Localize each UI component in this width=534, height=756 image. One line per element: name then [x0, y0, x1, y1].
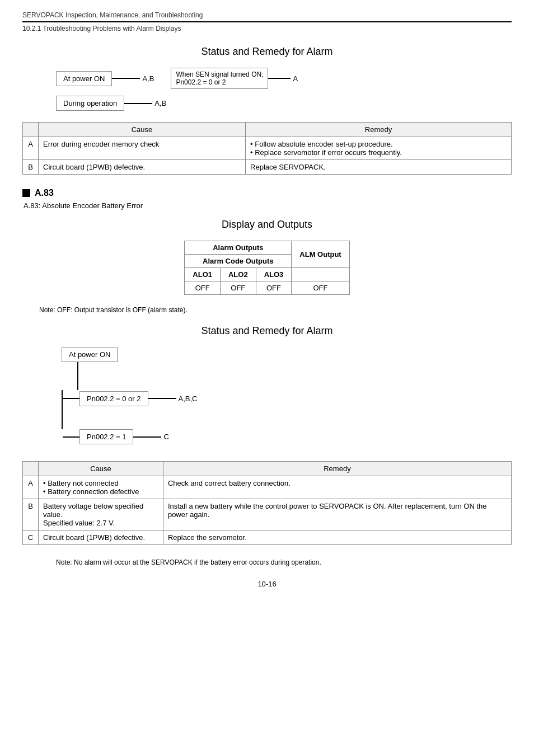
- col-alo3: ALO3: [256, 268, 292, 281]
- display-outputs-title: Display and Outputs: [22, 219, 512, 231]
- page: SERVOPACK Inspection, Maintenance, and T…: [0, 0, 534, 756]
- alarm-outputs-container: Alarm Outputs ALM Output Alarm Code Outp…: [22, 241, 512, 300]
- table2-row-b-label: B: [23, 499, 39, 530]
- subsection-a83-desc: A.83: Absolute Encoder Battery Error: [24, 201, 512, 210]
- alm-output-label: ALM Output: [292, 241, 349, 268]
- alarm-code-outputs-label: Alarm Code Outputs: [185, 255, 292, 268]
- alarm-outputs-label: Alarm Outputs: [185, 241, 292, 255]
- table1-row-b-remedy: Replace SERVOPACK.: [246, 160, 512, 175]
- table2-row-a-label: A: [23, 476, 39, 499]
- section3-note: Note: No alarm will occur at the SERVOPA…: [56, 558, 512, 566]
- table-row: B Battery voltage below specified value.…: [23, 499, 512, 530]
- table2-row-a-remedy: Check and correct battery connection.: [163, 476, 511, 499]
- table2-th-cause: Cause: [39, 462, 163, 476]
- table2-th-label: [23, 462, 39, 476]
- diag1-row1: At power ON A,B When SEN signal turned O…: [56, 68, 478, 89]
- section1-diagram: At power ON A,B When SEN signal turned O…: [56, 68, 478, 111]
- table2-row-a-cause: • Battery not connected• Battery connect…: [39, 476, 163, 499]
- col-alo1: ALO1: [185, 268, 221, 281]
- val-alo3: OFF: [256, 281, 292, 295]
- diag2-top-row: At power ON: [56, 347, 478, 362]
- diag2-branch2-label: C: [163, 433, 168, 441]
- diag2-vert-end: [62, 444, 63, 450]
- output-header-row1: Alarm Outputs ALM Output: [185, 241, 349, 255]
- table1-header-row: Cause Remedy: [23, 123, 512, 137]
- section1-title: Status and Remedy for Alarm: [22, 46, 512, 58]
- table2-header-row: Cause Remedy: [23, 462, 512, 476]
- table2-row-c-cause: Circuit board (1PWB) defective.: [39, 530, 163, 545]
- table1-row-b-label: B: [23, 160, 39, 175]
- diag2-mid-gap: [62, 407, 63, 429]
- diag1-box-during-op: During operation: [56, 96, 124, 111]
- table1-th-label: [23, 123, 39, 137]
- col-alo2: ALO2: [220, 268, 256, 281]
- val-alo1: OFF: [185, 281, 221, 295]
- table2-row-b-remedy: Install a new battery while the control …: [163, 499, 511, 530]
- section3-diagram: At power ON Pn002.2 = 0 or 2 A,B,C: [56, 347, 478, 450]
- section1-table: Cause Remedy A Error during encoder memo…: [22, 122, 512, 175]
- table2-row-c-label: C: [23, 530, 39, 545]
- output-header-row3: ALO1 ALO2 ALO3: [185, 268, 349, 281]
- diag2-branch2-box: Pn002.2 = 1: [79, 429, 133, 444]
- table2-row-c-remedy: Replace the servomotor.: [163, 530, 511, 545]
- diag2-branch1-box: Pn002.2 = 0 or 2: [79, 391, 148, 406]
- table2-th-remedy: Remedy: [163, 462, 511, 476]
- diag1-line2: [268, 78, 291, 79]
- diag2-vert-seg2: [62, 407, 63, 429]
- diag1-box-sen: When SEN signal turned ON;Pn002.2 = 0 or…: [171, 68, 268, 89]
- val-alm: OFF: [292, 281, 349, 295]
- header-sub: 10.2.1 Troubleshooting Problems with Ala…: [22, 25, 512, 32]
- table1-row-a-label: A: [23, 137, 39, 160]
- diag2-horiz2: [63, 436, 79, 438]
- header-top-text: SERVOPACK Inspection, Maintenance, and T…: [22, 11, 203, 19]
- diag2-top-box: At power ON: [62, 347, 118, 362]
- diag1-line1: [112, 78, 140, 79]
- page-number: 10-16: [22, 580, 512, 588]
- table-row: C Circuit board (1PWB) defective. Replac…: [23, 530, 512, 545]
- diag2-branch1-row: Pn002.2 = 0 or 2 A,B,C: [62, 390, 197, 407]
- diag2-vert-area: Pn002.2 = 0 or 2 A,B,C Pn002.2 = 1 C: [56, 362, 197, 450]
- output-values-row: OFF OFF OFF OFF: [185, 281, 349, 295]
- header-sub-text: 10.2.1 Troubleshooting Problems with Ala…: [22, 25, 181, 32]
- diag2-horiz1b: [148, 398, 176, 399]
- table2-row-b-cause: Battery voltage below specified value.Sp…: [39, 499, 163, 530]
- diag1-label-a: A: [293, 74, 298, 83]
- section3-table: Cause Remedy A • Battery not connected• …: [22, 461, 512, 545]
- val-alo2: OFF: [220, 281, 256, 295]
- header-top: SERVOPACK Inspection, Maintenance, and T…: [22, 11, 512, 22]
- diag1-box-power-on: At power ON: [56, 71, 112, 86]
- subsection-a83-header: A.83: [22, 188, 512, 198]
- diag1-line3: [124, 103, 152, 104]
- table1-th-cause: Cause: [39, 123, 246, 137]
- diag2-horiz2b: [133, 436, 161, 438]
- diag2-branch2-row: Pn002.2 = 1 C: [62, 429, 169, 444]
- diag2-vert-line1: [77, 362, 78, 390]
- diag2-branch1-label: A,B,C: [179, 395, 198, 403]
- diag2-horiz1: [63, 398, 79, 399]
- table1-row-a-remedy: • Follow absolute encoder set-up procedu…: [246, 137, 512, 160]
- diag1-row2: During operation A,B: [56, 96, 478, 111]
- diag1-label-ab2: A,B: [154, 99, 166, 107]
- table-row: A Error during encoder memory check • Fo…: [23, 137, 512, 160]
- note-off: Note: OFF: Output transistor is OFF (ala…: [39, 306, 512, 314]
- table-row: B Circuit board (1PWB) defective. Replac…: [23, 160, 512, 175]
- diag1-label-ab: A,B: [142, 74, 154, 83]
- col-alm: [292, 268, 349, 281]
- table1-row-a-cause: Error during encoder memory check: [39, 137, 246, 160]
- subsection-a83-title: A.83: [35, 188, 54, 198]
- table-row: A • Battery not connected• Battery conne…: [23, 476, 512, 499]
- alarm-outputs-table: Alarm Outputs ALM Output Alarm Code Outp…: [184, 241, 349, 295]
- table1-th-remedy: Remedy: [246, 123, 512, 137]
- section3-title: Status and Remedy for Alarm: [22, 325, 512, 337]
- diag2-branches: Pn002.2 = 0 or 2 A,B,C Pn002.2 = 1 C: [56, 362, 478, 450]
- black-square-icon: [22, 189, 30, 197]
- table1-row-b-cause: Circuit board (1PWB) defective.: [39, 160, 246, 175]
- section3-note-text: Note: No alarm will occur at the SERVOPA…: [56, 558, 321, 566]
